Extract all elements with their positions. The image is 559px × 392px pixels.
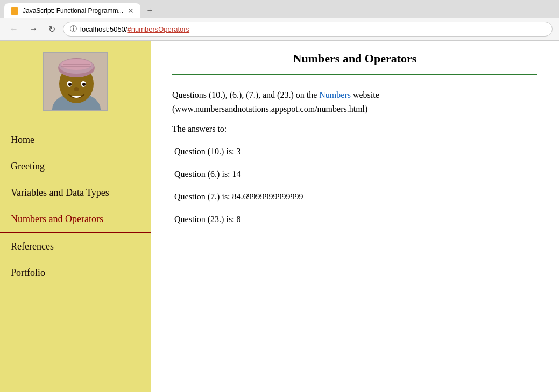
- sidebar-item-greeting[interactable]: Greeting: [0, 153, 151, 180]
- sidebar-item-home[interactable]: Home: [0, 127, 151, 153]
- sidebar: Home Greeting Variables and Data Types N…: [0, 41, 151, 392]
- question-6: Question (6.) is: 14: [174, 169, 537, 179]
- sidebar-item-numbers-operators[interactable]: Numbers and Operators: [0, 206, 151, 233]
- tab-favicon: [11, 7, 18, 15]
- green-divider: [172, 74, 537, 75]
- tab-bar: JavaScript: Functional Programm... ✕ +: [0, 0, 559, 18]
- main-content: Numbers and Operators Questions (10.), (…: [151, 41, 559, 392]
- url-base: localhost:5050/: [80, 25, 127, 33]
- forward-button[interactable]: →: [26, 23, 41, 35]
- sidebar-item-portfolio[interactable]: Portfolio: [0, 260, 151, 286]
- url-hash: #numbersOperators: [127, 25, 189, 33]
- sidebar-item-variables[interactable]: Variables and Data Types: [0, 180, 151, 206]
- intro-paragraph: Questions (10.), (6.), (7.), and (23.) o…: [172, 88, 537, 116]
- answers-intro: The answers to:: [172, 124, 537, 134]
- protocol-icon: ⓘ: [70, 24, 77, 34]
- reload-button[interactable]: ↻: [45, 23, 59, 35]
- sidebar-item-references[interactable]: References: [0, 233, 151, 260]
- page-layout: Home Greeting Variables and Data Types N…: [0, 41, 559, 392]
- intro-text-after-link: website: [351, 90, 379, 99]
- new-tab-button[interactable]: +: [143, 4, 157, 18]
- address-bar[interactable]: ⓘ localhost:5050/#numbersOperators: [63, 22, 553, 37]
- intro-text-before-link: Questions (10.), (6.), (7.), and (23.) o…: [172, 90, 319, 99]
- browser-chrome: JavaScript: Functional Programm... ✕ + ←…: [0, 0, 559, 41]
- active-tab[interactable]: JavaScript: Functional Programm... ✕: [4, 3, 140, 18]
- page-title: Numbers and Operators: [172, 52, 537, 66]
- tab-close-button[interactable]: ✕: [128, 6, 134, 15]
- question-7: Question (7.) is: 84.69999999999999: [174, 192, 537, 202]
- tab-title: JavaScript: Functional Programm...: [23, 7, 123, 15]
- question-10: Question (10.) is: 3: [174, 147, 537, 156]
- svg-point-12: [82, 83, 86, 86]
- nav-bar: ← → ↻ ⓘ localhost:5050/#numbersOperators: [0, 18, 559, 40]
- numbers-link[interactable]: Numbers: [319, 90, 351, 99]
- sidebar-nav: Home Greeting Variables and Data Types N…: [0, 122, 151, 291]
- back-button[interactable]: ←: [6, 23, 22, 35]
- question-23: Question (23.) is: 8: [174, 215, 537, 224]
- intro-url: (www.numbersandnotations.appspot.com/num…: [172, 104, 367, 113]
- avatar: [43, 52, 108, 111]
- svg-point-13: [74, 87, 79, 91]
- address-text: localhost:5050/#numbersOperators: [80, 25, 189, 33]
- svg-point-11: [68, 83, 72, 86]
